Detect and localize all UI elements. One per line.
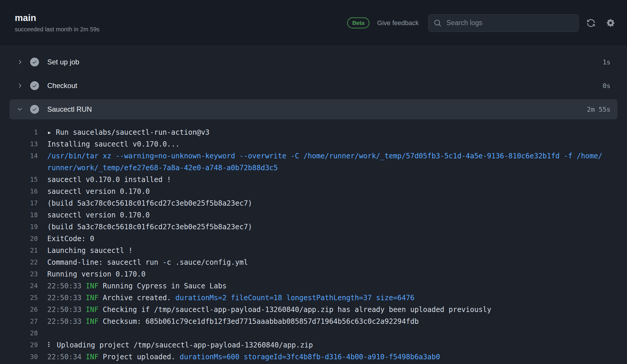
log-line-content: saucectl v0.170.0 installed !	[47, 174, 605, 186]
log-line-content: /usr/bin/tar xz --warning=no-unknown-key…	[47, 150, 605, 174]
log-line: 14/usr/bin/tar xz --warning=no-unknown-k…	[0, 150, 605, 174]
log-line-content: 22:50:33 INF Running Cypress in Sauce La…	[47, 280, 605, 292]
log-segment-plain: saucectl version 0.170.0	[47, 211, 150, 219]
header-actions: Beta Give feedback	[347, 14, 615, 32]
title-block: main succeeded last month in 2m 59s	[15, 13, 100, 32]
log-segment-time: 22:50:33	[47, 294, 86, 302]
step-label: Set up job	[47, 58, 79, 66]
log-container: 1▸ Run saucelabs/saucectl-run-action@v31…	[0, 119, 627, 363]
log-line-content: (build 5a3c78c0c5618c01f6cd27c3eb0e25f5b…	[47, 221, 605, 233]
beta-badge: Beta	[347, 17, 369, 29]
log-segment-plain: ▸ Run saucelabs/saucectl-run-action@v3	[47, 128, 209, 136]
search-logs-input[interactable]	[446, 19, 573, 27]
log-segment-inf: INF	[86, 317, 98, 326]
log-segment-plain: saucectl v0.170.0 installed !	[47, 176, 171, 184]
log-segment-plain: ExitCode: 0	[47, 235, 94, 243]
step-label: Saucectl RUN	[47, 105, 92, 113]
step-row-checkout[interactable]: Checkout0s	[9, 76, 618, 96]
log-segment-plain: Archive created.	[98, 294, 175, 302]
log-settings-button[interactable]	[606, 18, 615, 27]
log-line-content: saucectl version 0.170.0	[47, 186, 605, 197]
log-line-content	[47, 327, 605, 339]
log-line-number[interactable]: 24	[0, 280, 38, 292]
log-line-number[interactable]: 20	[0, 233, 38, 245]
log-line: 1▸ Run saucelabs/saucectl-run-action@v3	[0, 126, 605, 138]
success-check-icon	[30, 105, 39, 114]
log-line-number[interactable]: 1	[0, 126, 38, 138]
log-line-number[interactable]: 29	[0, 339, 38, 351]
log-line-number[interactable]: 25	[0, 292, 38, 304]
log-segment-time: 22:50:33	[47, 317, 86, 326]
log-line: 18saucectl version 0.170.0	[0, 209, 605, 221]
log-line-number[interactable]: 22	[0, 256, 38, 268]
success-check-icon	[30, 81, 39, 90]
log-segment-plain: (build 5a3c78c0c5618c01f6cd27c3eb0e25f5b…	[47, 199, 252, 207]
log-line-content: Running version 0.170.0	[47, 268, 605, 280]
header: main succeeded last month in 2m 59s Beta…	[0, 0, 627, 46]
log-segment-kv: storageId=3fc4b8fb-d316-4b00-a910-f5498b…	[244, 353, 440, 361]
log-segment-kv: size=6476	[376, 294, 415, 302]
log-segment-inf: INF	[86, 282, 98, 290]
log-line: 21Launching saucectl !	[0, 245, 605, 256]
job-title: main	[15, 13, 100, 23]
log-segment-plain	[282, 294, 286, 302]
log-line-number[interactable]: 13	[0, 138, 38, 150]
log-segment-time: 22:50:34	[47, 353, 86, 361]
log-segment-kv: durationMs=2	[176, 294, 227, 302]
log-segment-time: 22:50:33	[47, 282, 86, 290]
search-logs-box[interactable]	[428, 14, 579, 32]
run-status-summary: succeeded last month in 2m 59s	[15, 26, 100, 33]
log-line: 16saucectl version 0.170.0	[0, 186, 605, 197]
log-line: 2422:50:33 INF Running Cypress in Sauce …	[0, 280, 605, 292]
sync-icon	[587, 19, 595, 27]
log-line: 23Running version 0.170.0	[0, 268, 605, 280]
chevron-right-icon[interactable]	[17, 59, 23, 65]
give-feedback-link[interactable]: Give feedback	[377, 19, 419, 27]
log-line-number[interactable]: 15	[0, 174, 38, 186]
log-line-content: Command-line: saucectl run -c .sauce/con…	[47, 256, 605, 268]
log-line-content: saucectl version 0.170.0	[47, 209, 605, 221]
step-row-set-up-job[interactable]: Set up job1s	[9, 52, 618, 72]
refresh-logs-button[interactable]	[587, 19, 595, 27]
success-check-icon	[30, 58, 39, 66]
log-line-number[interactable]: 26	[0, 304, 38, 316]
chevron-down-icon[interactable]	[17, 106, 23, 113]
step-duration: 0s	[603, 82, 611, 90]
log-segment-plain: Checking if /tmp/saucectl-app-payload-13…	[98, 306, 491, 314]
chevron-right-icon[interactable]	[17, 82, 23, 89]
log-line: 13Installing saucectl v0.170.0...	[0, 138, 605, 150]
log-line: 29⠇ Uploading project /tmp/saucectl-app-…	[0, 339, 605, 351]
log-line-content: 22:50:33 INF Archive created. durationMs…	[47, 292, 605, 304]
log-segment-time: 22:50:33	[47, 306, 86, 314]
step-row-saucectl-run[interactable]: Saucectl RUN2m 55s	[9, 99, 618, 119]
log-line-content: ⠇ Uploading project /tmp/saucectl-app-pa…	[47, 339, 605, 351]
log-segment-plain	[227, 294, 231, 302]
log-line-number[interactable]: 16	[0, 186, 38, 197]
log-line-number[interactable]: 18	[0, 209, 38, 221]
log-line-number[interactable]: 27	[0, 316, 38, 327]
log-line-number[interactable]: 19	[0, 221, 38, 233]
log-line-content: 22:50:34 INF Project uploaded. durationM…	[47, 351, 605, 363]
log-line-number[interactable]: 21	[0, 245, 38, 256]
workflow-logs-app: main succeeded last month in 2m 59s Beta…	[0, 0, 627, 364]
log-segment-plain: Running Cypress in Sauce Labs	[98, 282, 226, 290]
log-line-number[interactable]: 30	[0, 351, 38, 363]
log-segment-inf: INF	[86, 353, 98, 361]
log-line-number[interactable]: 17	[0, 197, 38, 209]
log-line: 28	[0, 327, 605, 339]
log-line-number[interactable]: 14	[0, 150, 38, 174]
log-line: 2622:50:33 INF Checking if /tmp/saucectl…	[0, 304, 605, 316]
log-segment-plain: Running version 0.170.0	[47, 270, 145, 278]
log-segment-plain: Project uploaded.	[98, 353, 180, 361]
log-line: 17(build 5a3c78c0c5618c01f6cd27c3eb0e25f…	[0, 197, 605, 209]
log-segment-plain: saucectl version 0.170.0	[47, 187, 150, 196]
log-line: 15saucectl v0.170.0 installed !	[0, 174, 605, 186]
log-segment-kv: fileCount=18	[231, 294, 282, 302]
log-line-content: 22:50:33 INF Checking if /tmp/saucectl-a…	[47, 304, 605, 316]
log-segment-plain: Command-line: saucectl run -c .sauce/con…	[47, 258, 248, 266]
log-line-number[interactable]: 23	[0, 268, 38, 280]
log-line-number[interactable]: 28	[0, 327, 38, 339]
search-icon	[434, 19, 441, 27]
log-segment-link: /usr/bin/tar xz --warning=no-unknown-key…	[47, 152, 602, 172]
log-line: 3022:50:34 INF Project uploaded. duratio…	[0, 351, 605, 363]
